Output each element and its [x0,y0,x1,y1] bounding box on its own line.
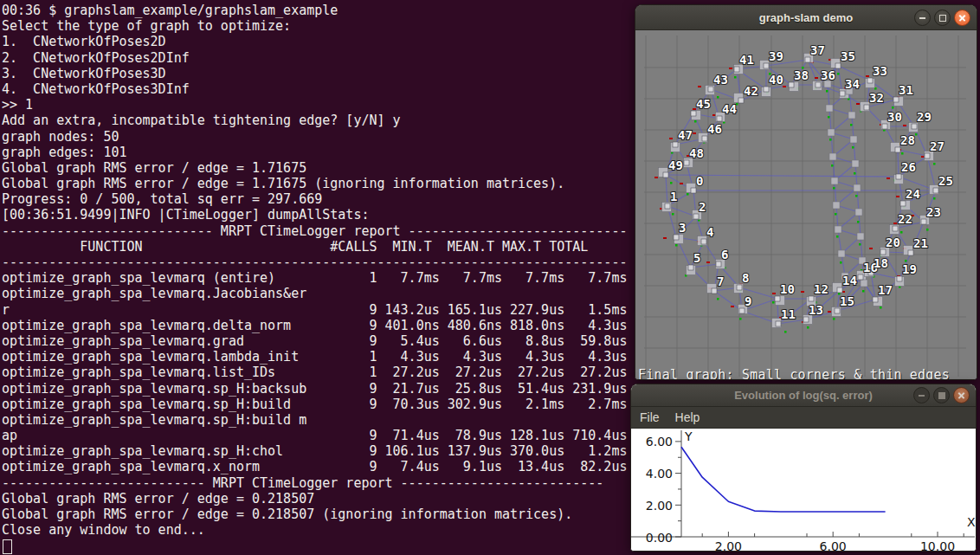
graph-node-label: 5 [693,251,700,265]
terminal-cursor [3,539,12,554]
terminal-line: optimize_graph_spa_levmarq.sp_H:backsub … [2,381,627,397]
graph-slam-window-controls [914,5,970,29]
graph-node-label: 26 [901,160,916,174]
graph-slam-titlebar[interactable]: graph-slam demo [635,5,977,30]
terminal-line: --------------------------- MRPT CTimeLo… [2,223,627,239]
graph-node [895,147,900,152]
graph-node-label: 35 [841,49,855,63]
graph-node [764,63,769,68]
maximize-icon [939,15,946,22]
minimize-icon [919,395,925,397]
graph-node-label: 24 [906,187,920,201]
graph-node-label: 0 [696,174,703,188]
maximize-button[interactable] [933,387,950,403]
graph-node-label: 10 [780,282,795,296]
axes-layer [631,430,975,537]
terminal-line: 2. CNetworkOfPoses2DInf [2,50,627,66]
initial-node [828,129,835,136]
graph-node-label: 1 [670,190,677,203]
terminal-line: Global graph RMS error / edge = 1.71675 [2,160,627,176]
graph-node-label: 41 [739,53,754,67]
error-curve [681,447,886,512]
error-plot-window: Evolution of log(sq. error) File Help 0.… [630,384,977,552]
terminal-line: 1. CNetworkOfPoses2D [2,34,627,49]
graph-node [912,124,917,129]
graph-node [701,239,706,244]
graph-node [691,111,696,116]
graph-node [739,308,745,313]
initial-node [848,112,855,119]
grid-layer [644,35,966,377]
graph-node-label: 49 [668,158,683,172]
graph-node [734,67,739,72]
initial-node [831,177,838,184]
error-plot-titlebar[interactable]: Evolution of log(sq. error) [631,384,976,407]
graph-node [882,124,887,129]
graph-node-label: 33 [873,64,887,78]
terminal-line: optimize_graph_spa_levmarq.sp_H:chol 9 1… [2,443,627,459]
x-axis-label: X [967,515,976,529]
graph-node-label: 38 [794,68,809,82]
graph-node [933,188,938,193]
graph-node-label: 40 [769,73,783,87]
maximize-button[interactable] [934,10,951,26]
graph-node [816,82,821,87]
minimize-button[interactable] [914,10,931,26]
graph-node [896,174,901,179]
graph-3d-view[interactable]: 0123456789101112131415161718192021222324… [635,30,977,380]
close-button[interactable] [953,387,970,403]
graph-node [893,97,899,102]
terminal-line: graph nodes: 50 [2,129,627,145]
graph-node [691,188,696,193]
graph-node-label: 39 [769,49,783,63]
graph-node-label: 7 [717,274,724,288]
graph-node-label: 34 [845,77,860,91]
graph-node [864,105,869,110]
y-tick-label: 0.00 [646,531,673,545]
terminal-line: Add an extra, incompatible tightening ed… [2,113,627,128]
graph-node-label: 19 [902,262,917,276]
graph-node-label: 8 [742,271,749,285]
graph-node-label: 43 [713,73,728,87]
graph-node [858,274,863,280]
graph-node [775,296,780,301]
graph-node-label: 23 [926,205,941,219]
menu-help[interactable]: Help [675,410,700,424]
graph-node-label: 37 [810,43,825,57]
graph-node-label: 13 [809,303,823,317]
terminal-line: Global graph RMS error / edge = 1.71675 … [2,176,627,191]
graph-node-label: 4 [706,225,713,239]
initial-node [852,160,859,167]
graph-node [693,214,699,219]
terminal-line: graph edges: 101 [2,145,627,160]
graph-node-label: 12 [814,282,828,296]
graph-node-label: 48 [689,146,704,160]
graph-node [873,297,878,302]
graph-node [900,201,906,206]
tick-labels-layer: 0.002.004.006.002.006.0010.00YX [646,429,976,552]
menu-file[interactable]: File [640,410,660,424]
graph-node [673,142,678,147]
graph-node [908,250,913,255]
desktop: 00:36 $ graphslam_example/graphslam_exam… [0,0,980,555]
graph-node-label: 18 [874,256,888,270]
close-button[interactable] [954,10,970,26]
graph-node [840,91,845,96]
terminal-line: Close any window to end... [2,522,627,538]
minimize-button[interactable] [913,387,930,403]
graph-node [663,172,668,177]
graph-slam-window: graph-slam demo 012345678910111213141516… [635,4,977,380]
plot-canvas: 0.002.004.006.002.006.0010.00YX [631,429,976,552]
graph-node-label: 46 [707,122,722,136]
initial-node [826,105,833,112]
terminal-line: optimize_graph_spa_levmarq.sp_H:build m [2,412,627,428]
terminal-line: optimize_graph_spa_levmarq.x_norm 9 7.4u… [2,459,627,474]
graph-node-label: 28 [900,133,915,147]
graph-node [809,296,814,301]
y-axis-label: Y [684,429,693,443]
graph-node [665,203,670,209]
graph-node-label: 20 [886,236,900,249]
graph-node [717,116,722,121]
graph-node [835,63,841,68]
graph-node-label: 42 [744,84,758,98]
